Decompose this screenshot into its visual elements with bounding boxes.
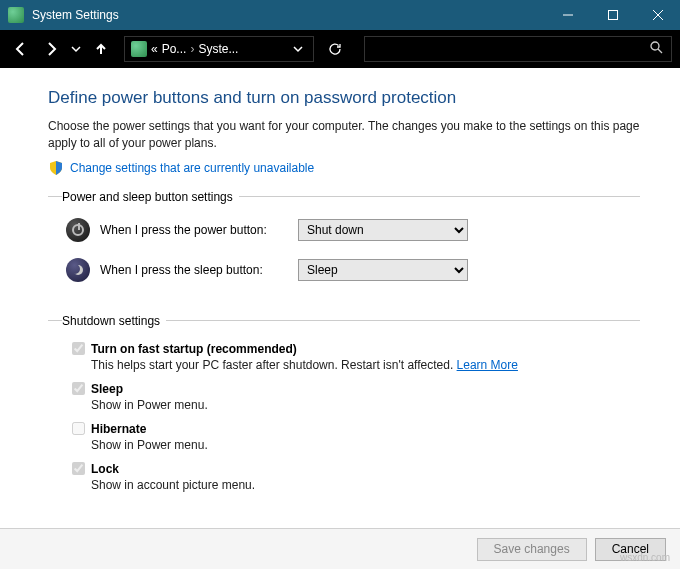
sleep-label: Sleep [91, 382, 123, 396]
power-button-row: When I press the power button: Shut down [62, 218, 640, 242]
fast-startup-desc: This helps start your PC faster after sh… [91, 358, 640, 372]
svg-rect-1 [608, 11, 617, 20]
lock-item: Lock Show in account picture menu. [62, 462, 640, 492]
minimize-button[interactable] [545, 0, 590, 30]
window-title: System Settings [32, 8, 545, 22]
power-icon [66, 218, 90, 242]
forward-button[interactable] [38, 36, 64, 62]
close-button[interactable] [635, 0, 680, 30]
chevron-down-icon [71, 44, 81, 54]
maximize-button[interactable] [590, 0, 635, 30]
footer: Save changes Cancel [0, 528, 680, 569]
sleep-icon [66, 258, 90, 282]
lock-label: Lock [91, 462, 119, 476]
svg-line-5 [658, 49, 662, 53]
breadcrumb-dropdown[interactable] [289, 40, 307, 58]
breadcrumb-sep-icon: › [190, 42, 194, 56]
page-title: Define power buttons and turn on passwor… [48, 88, 640, 108]
history-dropdown[interactable] [68, 36, 84, 62]
change-settings-link-row: Change settings that are currently unava… [48, 160, 640, 176]
minimize-icon [563, 10, 573, 20]
up-arrow-icon [93, 41, 109, 57]
hibernate-desc: Show in Power menu. [91, 438, 640, 452]
close-icon [653, 10, 663, 20]
shutdown-legend: Shutdown settings [62, 314, 166, 328]
sleep-button-row: When I press the sleep button: Sleep [62, 258, 640, 282]
power-sleep-group: Power and sleep button settings When I p… [48, 190, 640, 306]
lock-checkbox[interactable] [72, 462, 85, 475]
power-button-label: When I press the power button: [100, 223, 288, 237]
hibernate-item: Hibernate Show in Power menu. [62, 422, 640, 452]
svg-point-4 [651, 42, 659, 50]
fast-startup-item: Turn on fast startup (recommended) This … [62, 342, 640, 372]
breadcrumb[interactable]: « Po... › Syste... [124, 36, 314, 62]
sleep-button-label: When I press the sleep button: [100, 263, 288, 277]
maximize-icon [608, 10, 618, 20]
forward-arrow-icon [43, 41, 59, 57]
power-button-select[interactable]: Shut down [298, 219, 468, 241]
chevron-down-icon [293, 44, 303, 54]
fast-startup-label: Turn on fast startup (recommended) [91, 342, 297, 356]
cancel-button[interactable]: Cancel [595, 538, 666, 561]
breadcrumb-seg1[interactable]: Po... [162, 42, 187, 56]
change-settings-link[interactable]: Change settings that are currently unava… [70, 161, 314, 175]
sleep-checkbox[interactable] [72, 382, 85, 395]
sleep-desc: Show in Power menu. [91, 398, 640, 412]
sleep-button-select[interactable]: Sleep [298, 259, 468, 281]
refresh-icon [328, 42, 342, 56]
back-arrow-icon [13, 41, 29, 57]
search-input[interactable] [364, 36, 672, 62]
sleep-item: Sleep Show in Power menu. [62, 382, 640, 412]
window-icon [8, 7, 24, 23]
lock-desc: Show in account picture menu. [91, 478, 640, 492]
breadcrumb-seg2[interactable]: Syste... [198, 42, 238, 56]
titlebar: System Settings [0, 0, 680, 30]
search-icon [650, 41, 663, 57]
back-button[interactable] [8, 36, 34, 62]
navbar: « Po... › Syste... [0, 30, 680, 68]
hibernate-label: Hibernate [91, 422, 146, 436]
window-controls [545, 0, 680, 30]
shield-icon [48, 160, 64, 176]
power-sleep-legend: Power and sleep button settings [62, 190, 239, 204]
up-button[interactable] [88, 36, 114, 62]
fast-startup-checkbox[interactable] [72, 342, 85, 355]
save-button[interactable]: Save changes [477, 538, 587, 561]
breadcrumb-prefix: « [151, 42, 158, 56]
hibernate-checkbox[interactable] [72, 422, 85, 435]
learn-more-link[interactable]: Learn More [457, 358, 518, 372]
breadcrumb-icon [131, 41, 147, 57]
content-area: Define power buttons and turn on passwor… [0, 68, 680, 528]
page-description: Choose the power settings that you want … [48, 118, 640, 152]
refresh-button[interactable] [322, 36, 348, 62]
shutdown-group: Shutdown settings Turn on fast startup (… [48, 314, 640, 510]
